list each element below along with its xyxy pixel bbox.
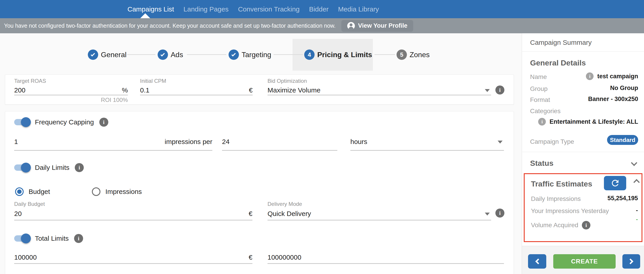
volume-acquired-info-icon[interactable]: i: [582, 221, 590, 230]
caret-down-icon: [498, 141, 502, 144]
pricing-card: Target ROAS 200 % ROI 100% Initial CPM 0…: [5, 74, 514, 105]
status-chevron-down-icon[interactable]: [631, 160, 637, 166]
step-general-circle[interactable]: [88, 49, 98, 60]
daily-limits-row: Daily Limits i: [14, 163, 84, 172]
active-tab-pointer-icon: [140, 13, 150, 18]
delivery-mode-value: Quick Delivery: [268, 210, 311, 218]
total-limits-row: Total Limits i: [14, 234, 83, 243]
total-budget-field: 100000 €: [14, 253, 252, 266]
daily-budget-input[interactable]: 20: [14, 210, 22, 218]
step-pricing-limits-circle[interactable]: 4: [304, 49, 314, 60]
daily-budget-field: Daily Budget 20 €: [14, 201, 252, 221]
daily-limit-mode-radios: Budget Impressions: [15, 187, 142, 196]
field-underline: [140, 95, 253, 95]
step-targeting-circle[interactable]: [228, 49, 239, 60]
sidebar-footer: CREATE: [522, 246, 644, 274]
radio-impressions-label: Impressions: [106, 188, 142, 196]
daily-limits-info-icon[interactable]: i: [75, 163, 84, 172]
name-value-text: test campaign: [597, 73, 638, 80]
daily-limits-toggle[interactable]: [14, 164, 30, 171]
total-budget-suffix: €: [248, 254, 252, 261]
step-targeting-label[interactable]: Targeting: [242, 49, 271, 60]
step-general-label[interactable]: General: [101, 49, 126, 60]
refresh-traffic-button[interactable]: [604, 176, 626, 190]
radio-budget[interactable]: Budget: [15, 187, 50, 196]
bid-optimization-info-icon[interactable]: i: [496, 85, 504, 94]
volume-acquired-label: Volume Acquired i: [531, 221, 590, 230]
step-ads-label[interactable]: Ads: [171, 49, 183, 60]
group-value-text: No Group: [610, 85, 638, 92]
view-your-profile-label: View Your Profile: [358, 22, 407, 29]
sidebar-title: Campaign Summary: [522, 33, 644, 51]
field-underline: [268, 263, 504, 264]
delivery-mode-select[interactable]: Delivery Mode Quick Delivery: [268, 201, 491, 221]
previous-step-button[interactable]: [528, 254, 546, 269]
frequency-capping-toggle[interactable]: [14, 119, 30, 126]
frequency-count-suffix: impressions per: [164, 138, 212, 146]
field-underline: [268, 95, 491, 95]
nav-items: Campaigns List Landing Pages Conversion …: [123, 0, 384, 18]
frequency-capping-info-icon[interactable]: i: [99, 118, 108, 127]
total-limits-info-icon[interactable]: i: [74, 234, 83, 243]
total-impressions-input[interactable]: 100000000: [268, 254, 301, 261]
initial-cpm-label: Initial CPM: [140, 78, 166, 84]
campaign-type-label: Campaign Type: [530, 138, 574, 145]
traffic-estimates-heading: Traffic Estimates: [531, 180, 592, 188]
general-details-heading: General Details: [530, 58, 586, 67]
field-underline: [350, 150, 504, 151]
create-button[interactable]: CREATE: [553, 254, 616, 269]
total-limits-label: Total Limits: [35, 235, 69, 242]
nav-item-conversion-tracking[interactable]: Conversion Tracking: [233, 5, 304, 13]
step-connector: [274, 54, 303, 55]
name-info-icon[interactable]: i: [586, 72, 594, 80]
frequency-count-field: 1 impressions per: [14, 136, 212, 151]
traffic-chevron-up-icon[interactable]: [634, 179, 640, 185]
target-roas-suffix: %: [122, 86, 128, 94]
daily-limits-label: Daily Limits: [35, 164, 69, 171]
categories-info-icon[interactable]: i: [538, 118, 546, 126]
limits-card: Frequency Capping i 1 impressions per 24…: [5, 111, 514, 274]
step-ads-circle[interactable]: [158, 49, 168, 60]
delivery-mode-label: Delivery Mode: [268, 201, 302, 207]
radio-impressions[interactable]: Impressions: [92, 187, 142, 196]
frequency-count-input[interactable]: 1: [14, 138, 18, 146]
field-underline: [14, 150, 212, 151]
nav-item-landing-pages[interactable]: Landing Pages: [179, 5, 233, 13]
campaign-stepper: General Ads Targeting 4 Pricing & Limits…: [0, 33, 522, 74]
radio-budget-label: Budget: [28, 188, 50, 196]
name-value: i test campaign: [586, 72, 638, 80]
initial-cpm-input[interactable]: 0.1: [140, 86, 150, 94]
total-limits-toggle[interactable]: [14, 235, 30, 242]
field-underline: [14, 263, 252, 264]
two-factor-notification-bar: You have not configured two-factor authe…: [0, 18, 644, 33]
group-label: Group: [530, 85, 548, 92]
frequency-unit-select[interactable]: hours: [350, 136, 504, 151]
next-step-button[interactable]: [622, 254, 640, 269]
field-underline: [222, 150, 337, 151]
field-underline: [14, 220, 252, 221]
divider: [522, 152, 644, 152]
check-icon: [91, 52, 95, 56]
delivery-mode-info-icon[interactable]: i: [496, 209, 504, 218]
categories-value: i Entertainment & Lifestyle: ALL: [538, 118, 638, 126]
field-underline: [14, 95, 128, 95]
nav-item-campaigns-list[interactable]: Campaigns List: [123, 5, 179, 13]
check-icon: [160, 52, 165, 56]
total-budget-input[interactable]: 100000: [14, 254, 37, 261]
initial-cpm-suffix: €: [249, 86, 253, 94]
step-zones-circle[interactable]: 5: [396, 49, 407, 60]
check-icon: [232, 52, 236, 56]
step-zones-label[interactable]: Zones: [410, 49, 430, 60]
target-roas-input[interactable]: 200: [14, 86, 26, 94]
bid-optimization-select[interactable]: Bid Optimization Maximize Volume: [268, 75, 491, 105]
nav-item-media-library[interactable]: Media Library: [333, 5, 384, 13]
view-your-profile-button[interactable]: View Your Profile: [341, 20, 413, 32]
step-pricing-limits-label[interactable]: Pricing & Limits: [317, 49, 372, 60]
target-roas-field: Target ROAS 200 % ROI 100%: [14, 75, 128, 105]
frequency-interval-input[interactable]: 24: [222, 138, 230, 146]
nav-item-bidder[interactable]: Bidder: [304, 5, 333, 13]
chevron-right-icon: [628, 259, 633, 264]
frequency-interval-field: 24: [222, 136, 337, 151]
initial-cpm-field: Initial CPM 0.1 €: [140, 75, 253, 105]
format-value-text: Banner - 300x250: [588, 96, 638, 103]
